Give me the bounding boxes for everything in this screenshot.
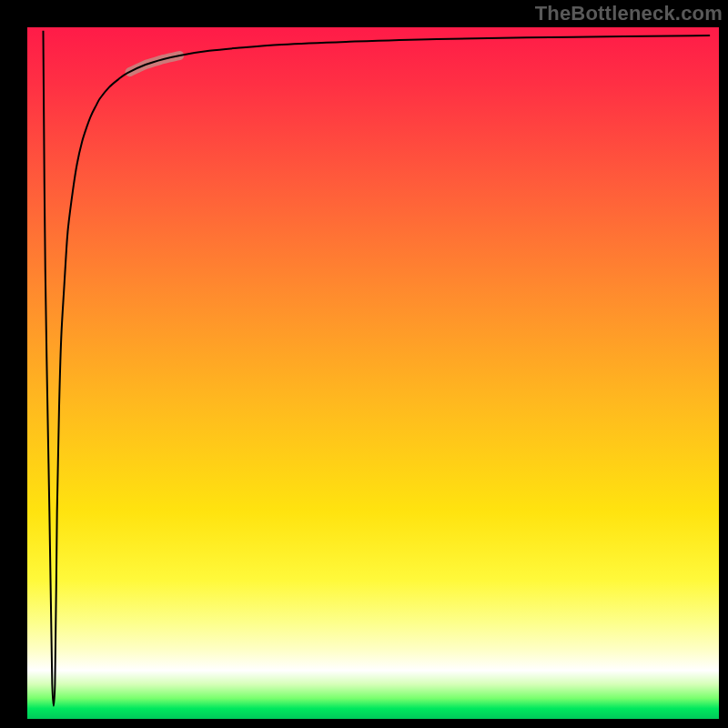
curve-layer bbox=[27, 27, 719, 719]
curve-highlight-segment bbox=[129, 56, 179, 72]
chart-frame: TheBottleneck.com bbox=[0, 0, 728, 728]
bottleneck-curve bbox=[43, 31, 710, 706]
watermark-text: TheBottleneck.com bbox=[535, 2, 723, 25]
plot-area bbox=[27, 27, 719, 719]
